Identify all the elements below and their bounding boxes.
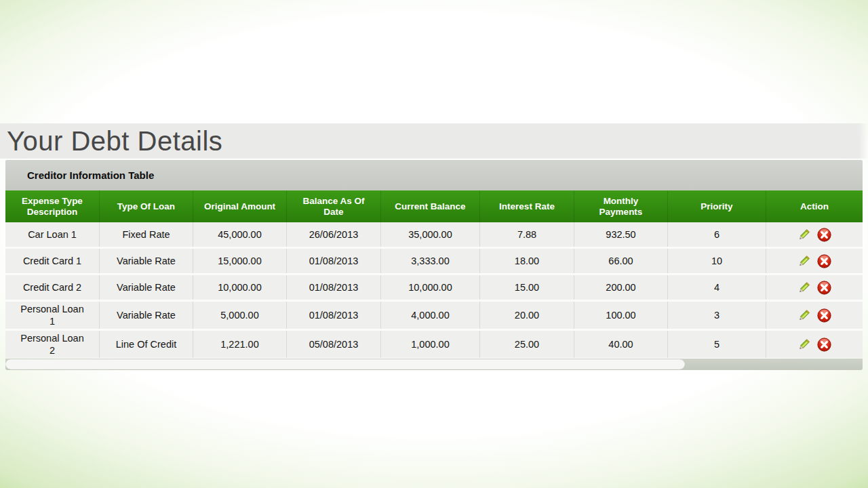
cell-monthly-payments: 100.00 [574, 302, 668, 329]
cell-balance-as-of: 01/08/2013 [287, 249, 381, 273]
table-row: Credit Card 1Variable Rate15,000.0001/08… [5, 249, 863, 275]
cell-priority: 3 [668, 302, 766, 329]
delete-icon [817, 281, 831, 295]
cell-loan-type: Variable Rate [100, 275, 193, 300]
cell-priority: 10 [668, 249, 766, 273]
creditor-table: Creditor Information Table Expense Type … [5, 160, 863, 370]
pencil-icon [797, 309, 810, 322]
pencil-icon [797, 338, 810, 351]
column-header-current-balance: Current Balance [381, 190, 480, 222]
cell-priority: 6 [668, 222, 766, 247]
cell-monthly-payments: 200.00 [574, 275, 668, 300]
cell-original-amount: 1,221.00 [193, 331, 287, 358]
cell-current-balance: 4,000.00 [381, 302, 480, 329]
delete-icon [817, 308, 831, 323]
cell-monthly-payments: 40.00 [574, 331, 668, 358]
cell-current-balance: 10,000.00 [381, 275, 480, 300]
pencil-icon [797, 255, 810, 268]
table-caption: Creditor Information Table [5, 169, 154, 181]
cell-priority: 4 [668, 275, 766, 300]
cell-action [766, 302, 863, 329]
cell-interest-rate: 18.00 [480, 249, 574, 273]
delete-button[interactable] [817, 228, 831, 242]
pencil-icon [797, 281, 810, 294]
column-header-type-of-loan: Type Of Loan [100, 190, 193, 222]
cell-action [766, 331, 863, 358]
cell-original-amount: 45,000.00 [193, 222, 287, 247]
cell-expense: Car Loan 1 [5, 222, 100, 247]
scrollbar-thumb[interactable] [5, 359, 685, 369]
cell-expense: Personal Loan 2 [5, 331, 100, 358]
column-header-balance-as-of-date: Balance As Of Date [287, 190, 381, 222]
cell-balance-as-of: 01/08/2013 [287, 302, 381, 329]
delete-icon [817, 338, 831, 352]
column-header-expense-type-description: Expense Type Description [5, 190, 100, 222]
horizontal-scrollbar[interactable] [5, 359, 863, 370]
cell-interest-rate: 20.00 [480, 302, 574, 329]
column-header-priority: Priority [668, 190, 766, 222]
cell-loan-type: Fixed Rate [100, 222, 193, 247]
edit-button[interactable] [797, 228, 810, 241]
table-row: Credit Card 2Variable Rate10,000.0001/08… [5, 275, 863, 302]
delete-button[interactable] [817, 338, 831, 352]
column-header-action: Action [766, 190, 863, 222]
page-title: Your Debt Details [0, 127, 222, 155]
cell-loan-type: Line Of Credit [100, 331, 193, 358]
cell-action [766, 275, 863, 300]
cell-current-balance: 35,000.00 [381, 222, 480, 247]
edit-button[interactable] [797, 309, 810, 322]
delete-icon [817, 228, 831, 242]
column-header-original-amount: Original Amount [193, 190, 287, 222]
delete-button[interactable] [817, 308, 831, 323]
delete-button[interactable] [817, 254, 831, 268]
column-header-interest-rate: Interest Rate [480, 190, 574, 222]
page-background: Your Debt Details Creditor Information T… [0, 0, 868, 488]
cell-loan-type: Variable Rate [100, 302, 193, 329]
table-caption-bar: Creditor Information Table [5, 160, 863, 190]
table-header-row: Expense Type DescriptionType Of LoanOrig… [5, 190, 863, 222]
cell-priority: 5 [668, 331, 766, 358]
table-body: Car Loan 1Fixed Rate45,000.0026/06/20133… [5, 222, 863, 358]
table-row: Personal Loan 2Line Of Credit1,221.0005/… [5, 331, 863, 358]
cell-interest-rate: 25.00 [480, 331, 574, 358]
cell-expense: Credit Card 2 [5, 275, 100, 300]
cell-interest-rate: 15.00 [480, 275, 574, 300]
cell-original-amount: 5,000.00 [193, 302, 287, 329]
cell-expense: Credit Card 1 [5, 249, 100, 273]
cell-current-balance: 3,333.00 [381, 249, 480, 273]
cell-monthly-payments: 932.50 [574, 222, 668, 247]
cell-expense: Personal Loan 1 [5, 302, 100, 329]
cell-balance-as-of: 01/08/2013 [287, 275, 381, 300]
cell-loan-type: Variable Rate [100, 249, 193, 273]
delete-button[interactable] [817, 281, 831, 295]
cell-monthly-payments: 66.00 [574, 249, 668, 273]
edit-button[interactable] [797, 281, 810, 294]
pencil-icon [797, 228, 810, 241]
cell-balance-as-of: 05/08/2013 [287, 331, 381, 358]
table-row: Personal Loan 1Variable Rate5,000.0001/0… [5, 302, 863, 331]
cell-original-amount: 10,000.00 [193, 275, 287, 300]
cell-interest-rate: 7.88 [480, 222, 574, 247]
cell-balance-as-of: 26/06/2013 [287, 222, 381, 247]
edit-button[interactable] [797, 255, 810, 268]
cell-action [766, 249, 863, 273]
column-header-monthly-payments: Monthly Payments [574, 190, 668, 222]
cell-original-amount: 15,000.00 [193, 249, 287, 273]
delete-icon [817, 254, 831, 268]
cell-action [766, 222, 863, 247]
table-row: Car Loan 1Fixed Rate45,000.0026/06/20133… [5, 222, 863, 249]
edit-button[interactable] [797, 338, 810, 351]
page-title-band: Your Debt Details [0, 123, 868, 159]
cell-current-balance: 1,000.00 [381, 331, 480, 358]
